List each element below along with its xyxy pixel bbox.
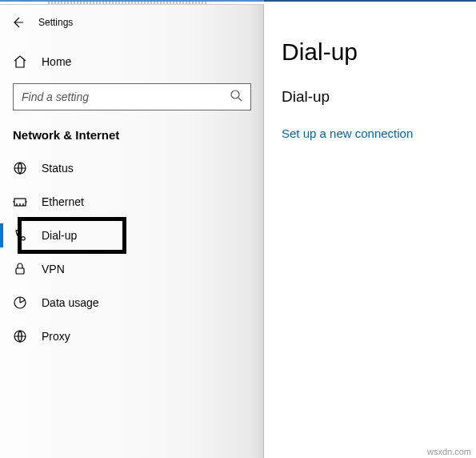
sidebar-item-vpn[interactable]: VPN	[0, 252, 264, 286]
back-arrow-icon	[11, 16, 24, 29]
sidebar-item-label: Status	[42, 162, 74, 175]
sidebar-item-dialup[interactable]: Dial-up	[0, 219, 264, 252]
home-button[interactable]: Home	[0, 46, 264, 77]
vpn-icon	[13, 262, 27, 276]
home-label: Home	[42, 55, 71, 68]
category-title: Network & Internet	[0, 125, 264, 151]
setup-connection-link[interactable]: Set up a new connection	[282, 127, 476, 140]
sidebar-item-label: Ethernet	[42, 195, 84, 208]
sidebar-item-datausage[interactable]: Data usage	[0, 286, 264, 319]
search-input[interactable]	[22, 90, 230, 103]
search-icon	[230, 89, 242, 105]
ethernet-icon	[13, 195, 27, 209]
header-row: Settings	[0, 10, 264, 38]
sidebar-item-label: VPN	[42, 263, 65, 275]
sidebar: Settings Home Network & Internet Status …	[0, 0, 264, 458]
sidebar-item-status[interactable]: Status	[0, 151, 264, 185]
settings-title: Settings	[38, 17, 73, 28]
window-top-border	[264, 0, 476, 2]
attribution-text: wsxdn.com	[427, 447, 471, 456]
svg-rect-3	[16, 268, 24, 274]
search-box[interactable]	[13, 83, 251, 110]
dialup-icon	[13, 228, 27, 243]
section-title: Dial-up	[282, 88, 476, 106]
sidebar-item-label: Data usage	[42, 296, 99, 309]
status-icon	[13, 161, 27, 175]
window-top-artifact	[0, 0, 264, 5]
sidebar-item-ethernet[interactable]: Ethernet	[0, 185, 264, 219]
datausage-icon	[13, 295, 27, 310]
proxy-icon	[13, 329, 27, 344]
main-content: Dial-up Dial-up Set up a new connection	[264, 0, 476, 458]
svg-point-0	[231, 90, 239, 98]
sidebar-item-label: Proxy	[42, 330, 70, 343]
sidebar-item-label: Dial-up	[42, 229, 77, 242]
back-button[interactable]	[10, 14, 26, 30]
home-icon	[13, 54, 27, 69]
page-title: Dial-up	[282, 38, 476, 66]
sidebar-item-proxy[interactable]: Proxy	[0, 319, 264, 353]
